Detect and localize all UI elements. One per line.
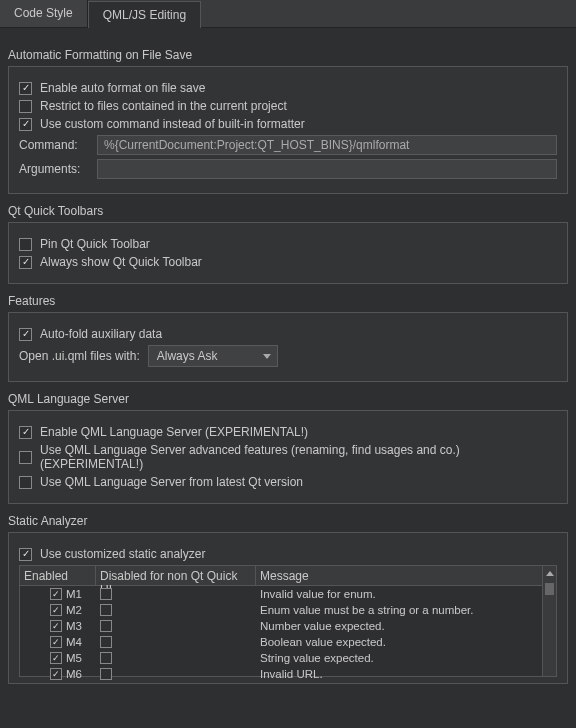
rule-message: Invalid value for enum. (256, 588, 556, 600)
group-title-features: Features (8, 294, 568, 308)
rule-message: Enum value must be a string or a number. (256, 604, 556, 616)
table-row[interactable]: M1Invalid value for enum. (20, 586, 556, 602)
rule-message: Invalid URL. (256, 668, 556, 680)
cell-disabled-checkbox[interactable] (100, 668, 112, 680)
tab-code-style[interactable]: Code Style (0, 0, 88, 27)
input-command[interactable] (97, 135, 557, 155)
rule-message: Number value expected. (256, 620, 556, 632)
rule-id: M3 (66, 620, 90, 632)
group-analyzer: Use customized static analyzer Enabled D… (8, 532, 568, 684)
group-title-qt-quick: Qt Quick Toolbars (8, 204, 568, 218)
table-row[interactable]: M6Invalid URL. (20, 666, 556, 682)
checkbox-custom-command[interactable] (19, 118, 32, 131)
analyzer-table-header: Enabled Disabled for non Qt Quick UI Mes… (20, 566, 556, 586)
cell-enabled-checkbox[interactable] (50, 604, 62, 616)
label-enable-auto-format[interactable]: Enable auto format on file save (40, 81, 205, 95)
rule-id: M2 (66, 604, 90, 616)
checkbox-enable-auto-format[interactable] (19, 82, 32, 95)
checkbox-latest-qmlls[interactable] (19, 476, 32, 489)
combo-open-ui-qml[interactable]: Always Ask (148, 345, 278, 367)
cell-enabled-checkbox[interactable] (50, 652, 62, 664)
checkbox-enable-qmlls[interactable] (19, 426, 32, 439)
label-custom-analyzer[interactable]: Use customized static analyzer (40, 547, 205, 561)
cell-disabled-checkbox[interactable] (100, 652, 112, 664)
rule-id: M1 (66, 588, 90, 600)
cell-disabled-checkbox[interactable] (100, 604, 112, 616)
checkbox-autofold[interactable] (19, 328, 32, 341)
checkbox-restrict-project[interactable] (19, 100, 32, 113)
table-row[interactable]: M5String value expected. (20, 650, 556, 666)
cell-enabled-checkbox[interactable] (50, 588, 62, 600)
group-title-auto-format: Automatic Formatting on File Save (8, 48, 568, 62)
label-pin-toolbar[interactable]: Pin Qt Quick Toolbar (40, 237, 150, 251)
checkbox-advanced-qmlls[interactable] (19, 451, 32, 464)
label-latest-qmlls[interactable]: Use QML Language Server from latest Qt v… (40, 475, 303, 489)
label-restrict-project[interactable]: Restrict to files contained in the curre… (40, 99, 287, 113)
cell-disabled-checkbox[interactable] (100, 636, 112, 648)
scroll-thumb[interactable] (545, 583, 554, 595)
checkbox-always-toolbar[interactable] (19, 256, 32, 269)
table-row[interactable]: M2Enum value must be a string or a numbe… (20, 602, 556, 618)
scroll-down-icon[interactable] (543, 662, 556, 676)
group-auto-format: Enable auto format on file save Restrict… (8, 66, 568, 194)
group-qt-quick: Pin Qt Quick Toolbar Always show Qt Quic… (8, 222, 568, 284)
label-command-field: Command: (19, 138, 89, 152)
checkbox-pin-toolbar[interactable] (19, 238, 32, 251)
scrollbar[interactable] (542, 566, 556, 676)
cell-disabled-checkbox[interactable] (100, 588, 112, 600)
analyzer-table: Enabled Disabled for non Qt Quick UI Mes… (19, 565, 557, 677)
header-disabled[interactable]: Disabled for non Qt Quick UI (96, 566, 256, 585)
combo-open-ui-qml-value: Always Ask (157, 349, 218, 363)
label-custom-command[interactable]: Use custom command instead of built-in f… (40, 117, 305, 131)
label-always-toolbar[interactable]: Always show Qt Quick Toolbar (40, 255, 202, 269)
cell-enabled-checkbox[interactable] (50, 620, 62, 632)
header-message[interactable]: Message (256, 566, 556, 585)
cell-disabled-checkbox[interactable] (100, 620, 112, 632)
rule-id: M4 (66, 636, 90, 648)
label-advanced-qmlls[interactable]: Use QML Language Server advanced feature… (40, 443, 557, 471)
rule-id: M6 (66, 668, 90, 680)
label-open-ui-qml: Open .ui.qml files with: (19, 349, 140, 363)
group-title-analyzer: Static Analyzer (8, 514, 568, 528)
rule-message: String value expected. (256, 652, 556, 664)
table-row[interactable]: M4Boolean value expected. (20, 634, 556, 650)
header-enabled[interactable]: Enabled (20, 566, 96, 585)
scroll-up-icon[interactable] (543, 566, 556, 580)
tab-bar: Code Style QML/JS Editing (0, 0, 576, 28)
rule-message: Boolean value expected. (256, 636, 556, 648)
cell-enabled-checkbox[interactable] (50, 668, 62, 680)
table-row[interactable]: M3Number value expected. (20, 618, 556, 634)
group-qmlls: Enable QML Language Server (EXPERIMENTAL… (8, 410, 568, 504)
group-features: Auto-fold auxiliary data Open .ui.qml fi… (8, 312, 568, 382)
rule-id: M5 (66, 652, 90, 664)
group-title-qmlls: QML Language Server (8, 392, 568, 406)
label-arguments-field: Arguments: (19, 162, 89, 176)
cell-enabled-checkbox[interactable] (50, 636, 62, 648)
label-autofold[interactable]: Auto-fold auxiliary data (40, 327, 162, 341)
label-enable-qmlls[interactable]: Enable QML Language Server (EXPERIMENTAL… (40, 425, 308, 439)
input-arguments[interactable] (97, 159, 557, 179)
tab-qml-js-editing[interactable]: QML/JS Editing (88, 1, 201, 28)
chevron-down-icon (263, 354, 271, 359)
checkbox-custom-analyzer[interactable] (19, 548, 32, 561)
